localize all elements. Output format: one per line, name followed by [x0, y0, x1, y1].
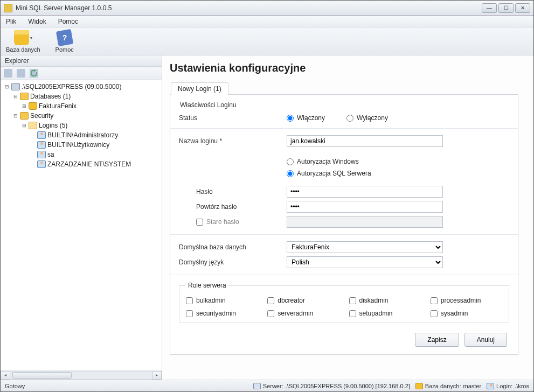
- role-diskadmin-checkbox[interactable]: diskadmin: [349, 297, 421, 304]
- separator: [170, 275, 518, 275]
- role-sysadmin-checkbox[interactable]: sysadmin: [431, 310, 502, 317]
- status-bar: Gotowy Serwer: .\SQL2005EXPRESS (9.00.50…: [1, 380, 533, 391]
- user-icon: [37, 131, 46, 139]
- toolbar-help-button[interactable]: Pomoc: [56, 30, 74, 53]
- password-label: Hasło: [179, 188, 287, 195]
- menu-file[interactable]: Plik: [4, 17, 18, 26]
- scroll-thumb[interactable]: [12, 372, 72, 379]
- default-lang-label: Domyślny język: [179, 258, 287, 266]
- user-icon: [487, 383, 494, 389]
- tree-databases-label: Databases (1): [30, 93, 71, 100]
- scroll-right-button[interactable]: ▸: [152, 371, 162, 380]
- role-serveradmin-checkbox[interactable]: serveradmin: [267, 310, 339, 317]
- status-server-value: .\SQL2005EXPRESS (9.00.5000) [192.168.0.…: [286, 383, 410, 389]
- auth-sql-radio[interactable]: Autoryzacja SQL Serwera: [287, 170, 371, 177]
- explorer-tool-2-icon[interactable]: [17, 69, 25, 78]
- form-buttons: Zapisz Anuluj: [179, 333, 509, 347]
- chevron-down-icon: ▾: [30, 36, 32, 40]
- save-button[interactable]: Zapisz: [415, 333, 459, 347]
- status-disabled-label: Wyłączony: [357, 114, 388, 122]
- role-setupadmin-checkbox[interactable]: setupadmin: [349, 310, 421, 317]
- toolbar-database-label: Baza danych: [6, 46, 40, 53]
- user-icon: [37, 160, 46, 168]
- tree-db-label: FakturaFenix: [39, 102, 77, 110]
- default-db-label: Domyślna baza danych: [179, 243, 287, 251]
- menu-help[interactable]: Pomoc: [56, 17, 80, 26]
- tree-login-item[interactable]: ZARZADZANIE NT\SYSTEM: [2, 159, 161, 169]
- minimize-button[interactable]: —: [482, 3, 497, 13]
- status-server-label: Serwer:: [263, 383, 283, 389]
- tree-login-label: sa: [47, 151, 54, 158]
- scroll-track[interactable]: [10, 371, 152, 380]
- scroll-left-button[interactable]: ◂: [1, 371, 10, 380]
- role-processadmin-checkbox[interactable]: processadmin: [431, 297, 502, 304]
- folder-icon: [20, 93, 29, 100]
- close-button[interactable]: ✕: [515, 3, 530, 13]
- explorer-hscrollbar[interactable]: ◂ ▸: [1, 370, 162, 380]
- workspace: Explorer ⊟.\SQL2005EXPRESS (09.00.5000) …: [1, 55, 533, 380]
- tree-login-label: ZARZADZANIE NT\SYSTEM: [47, 160, 131, 168]
- tree-login-item[interactable]: BUILTIN\Administratorzy: [2, 130, 161, 140]
- login-name-label: Nazwa loginu *: [179, 137, 287, 145]
- status-db-value: master: [463, 383, 481, 389]
- old-password-checkbox[interactable]: Stare hasło: [196, 218, 287, 226]
- repeat-password-input[interactable]: [287, 201, 443, 213]
- role-bulkadmin-checkbox[interactable]: bulkadmin: [186, 297, 258, 304]
- status-server: Serwer: .\SQL2005EXPRESS (9.00.5000) [19…: [253, 383, 410, 389]
- tree-logins-node[interactable]: ⊟Logins (5): [2, 121, 161, 130]
- server-icon: [11, 83, 20, 90]
- server-roles-fieldset: Role serwera bulkadmin dbcreator diskadm…: [179, 282, 509, 323]
- status-login-value: .\kros: [515, 383, 529, 389]
- menu-view[interactable]: Widok: [26, 17, 48, 26]
- tab-strip: Nowy Login (1): [170, 82, 518, 95]
- login-form: Właściwości Loginu Status Włączony Wyłąc…: [170, 95, 518, 355]
- login-name-input[interactable]: [287, 135, 443, 147]
- status-enabled-radio[interactable]: Włączony: [287, 114, 325, 122]
- tree-server-node[interactable]: ⊟.\SQL2005EXPRESS (09.00.5000): [2, 82, 161, 92]
- title-bar: Mini SQL Server Manager 1.0.0.5 — ☐ ✕: [1, 1, 533, 16]
- role-securityadmin-checkbox[interactable]: securityadmin: [186, 310, 258, 317]
- cancel-button[interactable]: Anuluj: [464, 333, 507, 347]
- tree-databases-node[interactable]: ⊟Databases (1): [2, 92, 161, 101]
- old-password-input: [287, 216, 443, 228]
- explorer-tool-1-icon[interactable]: [4, 69, 12, 78]
- status-login: Login: .\kros: [487, 383, 529, 389]
- refresh-icon[interactable]: [30, 69, 38, 78]
- tree-login-label: BUILTIN\Użytkownicy: [47, 141, 109, 149]
- tree-login-item[interactable]: BUILTIN\Użytkownicy: [2, 140, 161, 150]
- help-icon: [56, 29, 73, 46]
- database-icon: [14, 30, 29, 45]
- toolbar-database-button[interactable]: ▾ Baza danych: [6, 30, 40, 53]
- explorer-tree[interactable]: ⊟.\SQL2005EXPRESS (09.00.5000) ⊟Database…: [1, 80, 162, 370]
- tree-security-label: Security: [30, 112, 53, 120]
- app-icon: [4, 4, 12, 12]
- default-lang-select[interactable]: Polish: [287, 256, 443, 268]
- repeat-password-label: Powtórz hasło: [179, 203, 287, 211]
- role-dbcreator-checkbox[interactable]: dbcreator: [267, 297, 339, 304]
- toolbar-help-label: Pomoc: [56, 46, 74, 53]
- tree-security-node[interactable]: ⊟Security: [2, 111, 161, 121]
- database-icon: [415, 383, 423, 389]
- status-disabled-radio[interactable]: Wyłączony: [346, 114, 388, 122]
- tree-login-item[interactable]: sa: [2, 150, 161, 159]
- status-ready: Gotowy: [5, 383, 25, 389]
- tree-db-item[interactable]: ⊞FakturaFenix: [2, 101, 161, 111]
- server-icon: [253, 383, 261, 389]
- status-label: Status: [179, 114, 287, 122]
- tree-server-label: .\SQL2005EXPRESS (09.00.5000): [22, 83, 121, 90]
- window-title: Mini SQL Server Manager 1.0.0.5: [16, 4, 482, 12]
- separator: [170, 128, 518, 129]
- password-input[interactable]: [287, 186, 443, 198]
- maximize-button[interactable]: ☐: [498, 3, 514, 13]
- tree-login-label: BUILTIN\Administratorzy: [47, 131, 118, 139]
- main-content: Ustawienia konfiguracyjne Nowy Login (1)…: [162, 55, 533, 380]
- page-title: Ustawienia konfiguracyjne: [170, 62, 518, 74]
- auth-windows-radio[interactable]: Autoryzacja Windows: [287, 158, 359, 165]
- tab-new-login[interactable]: Nowy Login (1): [171, 82, 228, 95]
- auth-windows-label: Autoryzacja Windows: [297, 158, 359, 165]
- tree-logins-label: Logins (5): [39, 122, 67, 129]
- default-db-select[interactable]: FakturaFenix: [287, 241, 443, 253]
- group-label: Właściwości Loginu: [180, 101, 509, 109]
- separator: [170, 234, 518, 235]
- auth-sql-label: Autoryzacja SQL Serwera: [297, 170, 371, 177]
